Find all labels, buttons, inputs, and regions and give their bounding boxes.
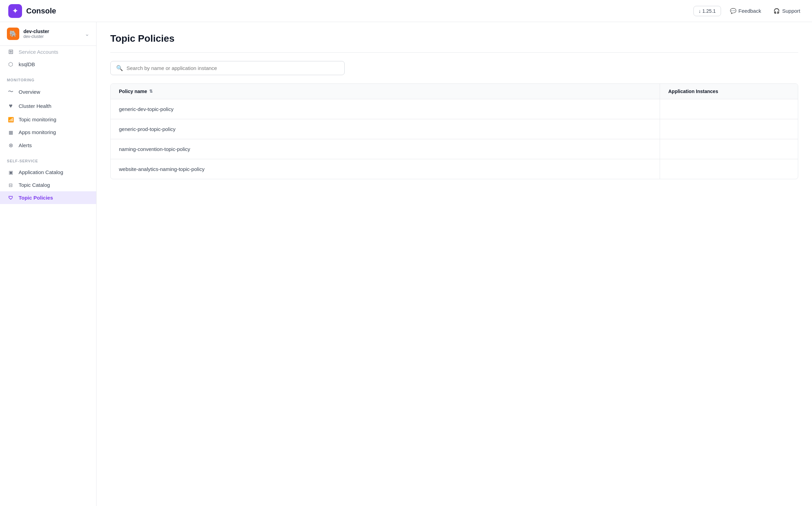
- instances-cell: [660, 99, 798, 119]
- divider: [110, 52, 798, 53]
- sidebar-item-topic-policies[interactable]: 🛡 Topic Policies: [0, 191, 96, 204]
- alerts-icon: ⊗: [7, 142, 14, 149]
- sidebar-item-ksqldb[interactable]: ⬡ ksqlDB: [0, 58, 96, 71]
- instances-cell: [660, 139, 798, 159]
- instances-cell: [660, 119, 798, 139]
- layout: 🐘 dev-cluster dev-cluster ⌄ ⊞ Service Ac…: [0, 22, 812, 506]
- version-badge[interactable]: ↓ 1.25.1: [693, 6, 721, 16]
- table-row[interactable]: website-analytics-naming-topic-policy: [111, 159, 798, 179]
- header-logo: ✦ Console: [8, 4, 693, 18]
- cluster-info: dev-cluster dev-cluster: [23, 29, 81, 39]
- policy-name-cell: naming-convention-topic-policy: [111, 139, 660, 159]
- monitoring-section-label: MONITORING: [0, 71, 96, 85]
- sidebar-item-application-catalog[interactable]: ▣ Application Catalog: [0, 166, 96, 179]
- topic-catalog-icon: ⊟: [7, 182, 14, 188]
- table-row[interactable]: naming-convention-topic-policy: [111, 139, 798, 159]
- apps-monitoring-icon: ▦: [7, 130, 14, 135]
- policy-name-cell: generic-prod-topic-policy: [111, 119, 660, 139]
- logo-icon: ✦: [8, 4, 22, 18]
- version-label: ↓ 1.25.1: [699, 8, 716, 14]
- policy-name-cell: website-analytics-naming-topic-policy: [111, 159, 660, 179]
- cluster-name: dev-cluster: [23, 29, 81, 34]
- sidebar-item-alerts[interactable]: ⊗ Alerts: [0, 139, 96, 152]
- sidebar-item-cluster-health[interactable]: ♥ Cluster Health: [0, 99, 96, 113]
- main-content: Topic Policies 🔍 Policy name ⇅ Applicati…: [97, 22, 812, 506]
- policy-name-cell: generic-dev-topic-policy: [111, 99, 660, 119]
- ksqldb-icon: ⬡: [7, 61, 14, 68]
- support-icon: 🎧: [773, 8, 780, 14]
- table-row[interactable]: generic-dev-topic-policy: [111, 99, 798, 119]
- cluster-health-icon: ♥: [7, 102, 14, 110]
- sidebar-item-service-accounts[interactable]: ⊞ Service Accounts: [0, 46, 96, 58]
- topic-policies-icon: 🛡: [7, 195, 14, 201]
- sidebar: 🐘 dev-cluster dev-cluster ⌄ ⊞ Service Ac…: [0, 22, 97, 506]
- cluster-selector[interactable]: 🐘 dev-cluster dev-cluster ⌄: [0, 22, 96, 46]
- search-input[interactable]: [126, 65, 339, 71]
- chevron-icon: ⌄: [85, 31, 89, 37]
- search-bar: 🔍: [110, 61, 345, 75]
- self-service-section-label: SELF-SERVICE: [0, 152, 96, 166]
- page-title: Topic Policies: [110, 33, 798, 44]
- sidebar-item-apps-monitoring[interactable]: ▦ Apps monitoring: [0, 126, 96, 139]
- feedback-icon: 💬: [730, 8, 737, 14]
- sidebar-item-topic-catalog[interactable]: ⊟ Topic Catalog: [0, 179, 96, 191]
- sort-icon[interactable]: ⇅: [149, 89, 153, 94]
- support-button[interactable]: 🎧 Support: [770, 6, 804, 16]
- table-header: Policy name ⇅ Application Instances: [111, 84, 798, 99]
- policies-table: Policy name ⇅ Application Instances gene…: [110, 83, 798, 179]
- app-title: Console: [26, 7, 56, 16]
- search-icon: 🔍: [116, 65, 123, 71]
- col-policy-name[interactable]: Policy name ⇅: [111, 84, 660, 99]
- service-accounts-icon: ⊞: [7, 48, 14, 55]
- sidebar-item-overview[interactable]: 〜 Overview: [0, 85, 96, 99]
- application-catalog-icon: ▣: [7, 170, 14, 175]
- feedback-button[interactable]: 💬 Feedback: [727, 6, 765, 16]
- col-application-instances: Application Instances: [660, 84, 798, 99]
- instances-cell: [660, 159, 798, 179]
- table-row[interactable]: generic-prod-topic-policy: [111, 119, 798, 139]
- cluster-sub: dev-cluster: [23, 34, 81, 39]
- header-actions: ↓ 1.25.1 💬 Feedback 🎧 Support: [693, 6, 804, 16]
- cluster-icon: 🐘: [7, 28, 19, 40]
- overview-icon: 〜: [7, 88, 14, 95]
- header: ✦ Console ↓ 1.25.1 💬 Feedback 🎧 Support: [0, 0, 812, 22]
- sidebar-item-topic-monitoring[interactable]: 📶 Topic monitoring: [0, 113, 96, 126]
- topic-monitoring-icon: 📶: [7, 117, 14, 122]
